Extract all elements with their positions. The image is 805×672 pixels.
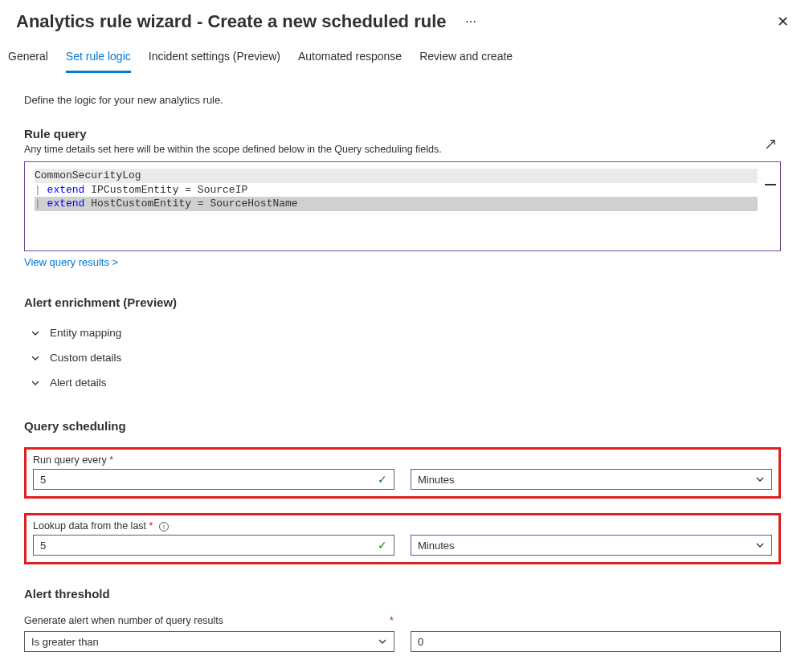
tab-incident-settings[interactable]: Incident settings (Preview) bbox=[149, 47, 280, 73]
accordion-label: Alert details bbox=[50, 377, 107, 389]
alert-threshold-title: Alert threshold bbox=[24, 587, 781, 601]
lookup-data-group: Lookup data from the last * i 5 ✓ Minute… bbox=[24, 513, 781, 564]
info-icon[interactable]: i bbox=[159, 522, 169, 531]
accordion-label: Entity mapping bbox=[50, 327, 121, 339]
chevron-down-icon bbox=[755, 540, 765, 550]
close-icon[interactable]: ✕ bbox=[777, 13, 789, 31]
check-icon: ✓ bbox=[378, 539, 387, 552]
query-line-3: | extend HostCustomEntity = SourceHostNa… bbox=[35, 197, 758, 211]
run-query-every-label: Run query every * bbox=[33, 454, 772, 466]
chevron-down-icon bbox=[31, 353, 40, 363]
lookup-data-input[interactable]: 5 ✓ bbox=[33, 535, 394, 556]
minimize-icon[interactable] bbox=[765, 184, 776, 185]
more-menu-icon[interactable]: ⋯ bbox=[465, 15, 476, 28]
query-scheduling-title: Query scheduling bbox=[24, 419, 781, 433]
run-query-every-unit-select[interactable]: Minutes bbox=[411, 469, 772, 490]
tab-set-rule-logic[interactable]: Set rule logic bbox=[66, 47, 131, 73]
run-query-every-input[interactable]: 5 ✓ bbox=[33, 469, 394, 490]
accordion-alert-details[interactable]: Alert details bbox=[24, 370, 781, 395]
threshold-operator-select[interactable]: Is greater than bbox=[24, 631, 394, 652]
alert-enrichment-title: Alert enrichment (Preview) bbox=[24, 295, 781, 309]
view-query-results-link[interactable]: View query results > bbox=[24, 256, 118, 268]
tab-automated-response[interactable]: Automated response bbox=[298, 47, 402, 73]
svg-line-0 bbox=[766, 141, 774, 149]
chevron-down-icon bbox=[31, 378, 40, 388]
rule-query-subtitle: Any time details set here will be within… bbox=[24, 144, 781, 155]
run-query-every-group: Run query every * 5 ✓ Minutes bbox=[24, 447, 781, 499]
chevron-down-icon bbox=[755, 474, 765, 484]
lookup-data-label: Lookup data from the last * i bbox=[33, 520, 772, 531]
tab-review-create[interactable]: Review and create bbox=[419, 47, 513, 73]
accordion-label: Custom details bbox=[50, 352, 121, 364]
tab-general[interactable]: General bbox=[8, 47, 48, 73]
rule-query-title: Rule query bbox=[24, 127, 781, 141]
threshold-label: Generate alert when number of query resu… bbox=[24, 615, 781, 626]
chevron-down-icon bbox=[31, 328, 40, 338]
intro-text: Define the logic for your new analytics … bbox=[24, 94, 781, 106]
lookup-data-unit-select[interactable]: Minutes bbox=[411, 535, 772, 556]
threshold-value-input[interactable]: 0 bbox=[411, 631, 781, 652]
accordion-custom-details[interactable]: Custom details bbox=[24, 345, 781, 370]
query-line-1: CommonSecurityLog bbox=[35, 169, 758, 183]
expand-icon[interactable] bbox=[765, 139, 776, 153]
chevron-down-icon bbox=[378, 637, 387, 646]
check-icon: ✓ bbox=[378, 473, 387, 486]
query-line-2: | extend IPCustomEntity = SourceIP bbox=[35, 183, 772, 198]
accordion-entity-mapping[interactable]: Entity mapping bbox=[24, 320, 781, 345]
page-title: Analytics rule wizard - Create a new sch… bbox=[16, 11, 447, 32]
tabs-bar: General Set rule logic Incident settings… bbox=[0, 32, 805, 73]
query-editor[interactable]: CommonSecurityLog | extend IPCustomEntit… bbox=[24, 161, 781, 251]
